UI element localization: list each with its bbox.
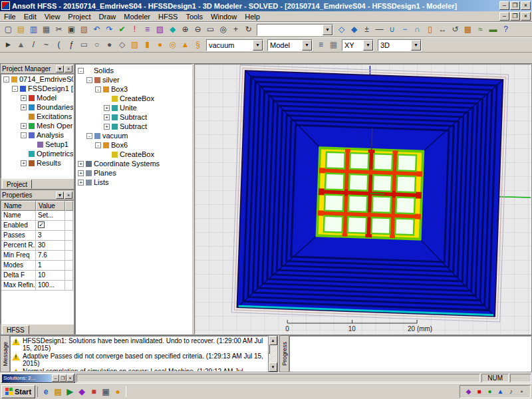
expander-icon[interactable]: + [78,161,84,167]
zoom-in-icon[interactable]: ⊕ [179,23,192,36]
column-header-value[interactable]: Value [36,201,65,211]
menu-item[interactable]: Edit [20,12,41,21]
menu-item[interactable]: Window [207,12,241,21]
expander-icon[interactable]: - [95,86,101,92]
subtract-node[interactable]: + Subtract [76,112,192,122]
undo-icon[interactable]: ↶ [90,23,103,36]
grid-settings-icon[interactable]: ▦ [327,39,340,51]
lists-node[interactable]: + Lists [76,178,192,187]
open-icon[interactable]: ▤ [15,23,27,36]
view-mode-combo[interactable]: 3D ▼ [378,39,422,51]
drawing-plane-combo[interactable]: XY ▼ [342,39,374,51]
validate-icon[interactable]: ✔ [116,23,128,36]
mesh-operations-node[interactable]: + Mesh Operations [1,121,73,130]
mirror-icon[interactable]: ▯ [424,23,436,36]
draw-spline-icon[interactable]: ~ [40,39,53,51]
select-object-icon[interactable]: ► [2,39,15,51]
solids-node[interactable]: - Solids [76,66,192,75]
dropdown-arrow-icon[interactable]: ▼ [253,40,263,51]
coordinate-systems-node[interactable]: + Coordinate Systems [76,159,192,168]
menu-item[interactable]: Help [241,12,264,21]
media-play-icon[interactable]: ▶ [65,386,75,397]
draw-arc-icon[interactable]: ( [53,39,65,51]
tab-hfss[interactable]: HFSS [2,325,29,334]
dropdown-arrow-icon[interactable]: ▼ [411,40,421,51]
tray-green-icon[interactable]: ● [485,387,494,396]
minimized-solutions-window[interactable]: Solutions: 2... – ❐ × [1,373,75,383]
message-scrollbar[interactable]: ▲ ▼ [268,336,277,372]
draw-torus-icon[interactable]: ◎ [166,39,179,51]
zoom-out-icon[interactable]: ⊖ [192,23,204,36]
mini-restore-button[interactable]: – [52,374,59,382]
menu-item[interactable]: HFSS [154,12,182,21]
menu-item[interactable]: Tools [182,12,207,21]
expander-icon[interactable]: + [21,95,27,101]
optimetrics-icon[interactable]: ≡ [141,23,154,36]
new-icon[interactable]: ▢ [2,23,15,36]
expander-icon[interactable]: + [104,105,110,111]
child-minimize-button[interactable]: – [499,12,509,21]
draw-circle-icon[interactable]: ● [103,39,116,51]
draw-line-icon[interactable]: / [27,39,40,51]
material-silver-node[interactable]: - silver [76,75,192,84]
boolean-unite-icon[interactable]: ∪ [386,23,398,36]
minimize-button[interactable]: – [499,1,509,10]
orange-app-icon[interactable]: ● [112,386,123,397]
rotate-view-icon[interactable]: ↻ [242,23,255,36]
fit-all-icon[interactable]: ◎ [217,23,229,36]
expander-icon[interactable]: + [21,160,27,166]
expander-icon[interactable]: - [86,133,92,139]
menu-item[interactable]: File [0,12,20,21]
expander-icon[interactable]: - [3,76,9,82]
expander-icon[interactable]: + [78,180,84,186]
red-app-icon[interactable]: ■ [88,386,99,397]
purple-app-icon[interactable]: ◆ [76,386,87,397]
child-close-button[interactable]: × [521,12,531,21]
object-type-combo[interactable]: Model ▼ [267,39,313,51]
draw-polygon-icon[interactable]: ◇ [116,39,128,51]
menu-item[interactable]: Project [64,12,94,21]
message-item[interactable]: HFSSDesign1: Solutions have been invalid… [12,337,266,352]
setup1-node[interactable]: Setup1 [1,140,73,149]
copy-icon[interactable]: ▣ [65,23,78,36]
expander-icon[interactable]: - [86,77,92,83]
move-icon[interactable]: ↔ [436,23,449,36]
scroll-up-icon[interactable]: ▲ [269,336,277,345]
dropdown-arrow-icon[interactable]: ▼ [323,25,332,35]
analysis-node[interactable]: - Analysis [1,130,73,140]
subtract-node-2[interactable]: + Subtract [76,122,192,131]
restore-button[interactable]: ❐ [510,1,520,10]
material-combo[interactable]: vacuum ▼ [206,39,263,51]
menu-item[interactable]: Modeler [120,12,154,21]
cut-icon[interactable]: ✂ [53,23,65,36]
draw-helix-icon[interactable]: § [192,39,204,51]
volume-icon[interactable]: ♪ [507,387,515,396]
selection-combo[interactable]: ▼ [257,24,333,36]
pan-icon[interactable]: + [229,23,242,36]
model-node[interactable]: + Model [1,93,73,102]
panel-pin-icon[interactable]: ▼ [56,192,64,199]
draw-cylinder-icon[interactable]: ▮ [141,39,154,51]
boolean-subtract-icon[interactable]: − [398,23,411,36]
box6-node[interactable]: - Box6 [76,140,192,150]
dropdown-arrow-icon[interactable]: ▼ [302,40,312,51]
sweep-icon[interactable]: ≈ [474,23,487,36]
section-icon[interactable]: ▬ [487,23,499,36]
ruler-icon[interactable]: — [373,23,386,36]
expander-icon[interactable]: + [21,123,27,129]
expander-icon[interactable]: + [104,124,110,130]
project-manager-header[interactable]: Project Manager ▼ × [1,64,74,74]
optimetrics-node[interactable]: Optimetrics [1,149,73,158]
createbox-node[interactable]: CreateBox [76,94,192,103]
folder-icon[interactable]: ▤ [53,386,63,397]
message-item[interactable]: Normal completion of simulation on serve… [12,368,266,372]
expander-icon[interactable]: + [78,170,84,176]
zoom-window-icon[interactable]: ▭ [204,23,217,36]
tray-purple-icon[interactable]: ◆ [464,387,473,396]
progress-tab[interactable]: Progress [280,336,289,372]
column-header-name[interactable]: Name [1,201,36,211]
draw-cone-icon[interactable]: ▲ [179,39,192,51]
3d-viewport[interactable]: 0 10 20 (mm) [194,64,531,334]
fields-icon[interactable]: ◆ [166,23,179,36]
material-vacuum-node[interactable]: - vacuum [76,131,192,140]
